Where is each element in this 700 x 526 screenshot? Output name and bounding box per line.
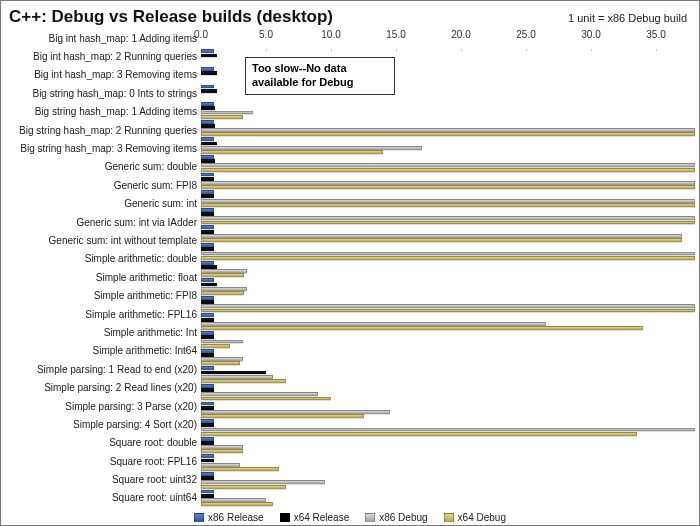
tick-label: 5.0: [259, 29, 273, 40]
category-label: Square root: double: [1, 434, 201, 452]
bar-row: [201, 172, 695, 190]
bar: [201, 203, 695, 207]
bar-row: [201, 331, 695, 349]
bar-row: [201, 155, 695, 173]
legend-item: x64 Debug: [444, 512, 506, 523]
bar-row: [201, 348, 695, 366]
category-label: Simple arithmetic: Int64: [1, 342, 201, 360]
bar: [201, 168, 695, 172]
category-label: Big string hash_map: 0 Ints to strings: [1, 84, 201, 102]
bar: [201, 132, 695, 136]
bar-row: [201, 278, 695, 296]
bar: [201, 502, 273, 506]
category-label: Simple arithmetic: Int: [1, 323, 201, 341]
category-label: Generic sum: int: [1, 195, 201, 213]
bar: [201, 54, 217, 58]
chart-area: 0.05.010.015.020.025.030.035.0 Big int h…: [1, 29, 695, 507]
category-label: Simple parsing: 2 Read lines (x20): [1, 378, 201, 396]
category-label: Simple arithmetic: FPI8: [1, 286, 201, 304]
swatch-icon: [365, 513, 375, 522]
bar: [201, 467, 279, 471]
bar-row: [201, 384, 695, 402]
note-annotation: Too slow--No data available for Debug: [245, 57, 395, 95]
bar: [201, 397, 331, 401]
bar-row: [201, 260, 695, 278]
category-label: Simple parsing: 1 Read to end (x20): [1, 360, 201, 378]
tick-label: 25.0: [516, 29, 535, 40]
category-label: Simple parsing: 3 Parse (x20): [1, 397, 201, 415]
legend-item: x64 Release: [280, 512, 350, 523]
bar: [201, 291, 244, 295]
bar-row: [201, 436, 695, 454]
chart-title: C++: Debug vs Release builds (desktop): [9, 7, 333, 27]
legend-label: x64 Release: [294, 512, 350, 523]
bar: [201, 256, 695, 260]
bar: [201, 185, 695, 189]
bar-row: [201, 243, 695, 261]
chart-subtitle: 1 unit = x86 Debug build: [568, 12, 687, 24]
legend: x86 Release x64 Release x86 Debug x64 De…: [1, 512, 699, 523]
swatch-icon: [194, 513, 204, 522]
tick-label: 10.0: [321, 29, 340, 40]
bar: [201, 326, 643, 330]
category-label: Big int hash_map: 2 Running queries: [1, 47, 201, 65]
category-label: Big string hash_map: 3 Removing items: [1, 139, 201, 157]
legend-item: x86 Debug: [365, 512, 427, 523]
bar-row: [201, 225, 695, 243]
category-label: Simple arithmetic: FPL16: [1, 305, 201, 323]
bar-row: [201, 366, 695, 384]
bar: [201, 115, 243, 119]
category-label: Simple parsing: 4 Sort (x20): [1, 415, 201, 433]
legend-label: x64 Debug: [458, 512, 506, 523]
bar-row: [201, 102, 695, 120]
bar-row: [201, 207, 695, 225]
category-label: Simple arithmetic: float: [1, 268, 201, 286]
category-labels: Big int hash_map: 1 Adding itemsBig int …: [1, 29, 201, 507]
bar: [201, 238, 682, 242]
category-label: Square root: uint64: [1, 489, 201, 507]
category-label: Big string hash_map: 1 Adding items: [1, 103, 201, 121]
bar-row: [201, 419, 695, 437]
bar-row: [201, 119, 695, 137]
legend-label: x86 Debug: [379, 512, 427, 523]
category-label: Generic sum: int via IAdder: [1, 213, 201, 231]
bar-row: [201, 190, 695, 208]
bar-row: [201, 401, 695, 419]
legend-label: x86 Release: [208, 512, 264, 523]
bar: [201, 485, 286, 489]
category-label: Big int hash_map: 1 Adding items: [1, 29, 201, 47]
bar: [201, 361, 240, 365]
bar: [201, 273, 244, 277]
bar: [201, 150, 383, 154]
bar: [201, 414, 364, 418]
bar: [201, 89, 217, 93]
legend-item: x86 Release: [194, 512, 264, 523]
tick-label: 15.0: [386, 29, 405, 40]
category-label: Generic sum: FPI8: [1, 176, 201, 194]
category-label: Big string hash_map: 2 Running queries: [1, 121, 201, 139]
x-axis: 0.05.010.015.020.025.030.035.0: [201, 29, 695, 51]
tick-label: 30.0: [581, 29, 600, 40]
bar: [201, 432, 637, 436]
category-label: Generic sum: int without template: [1, 231, 201, 249]
category-label: Square root: FPL16: [1, 452, 201, 470]
bar-row: [201, 313, 695, 331]
tick-label: 35.0: [646, 29, 665, 40]
category-label: Simple arithmetic: double: [1, 250, 201, 268]
bar: [201, 344, 230, 348]
bar: [201, 309, 695, 313]
bar-row: [201, 296, 695, 314]
bar-row: [201, 489, 695, 507]
bar: [201, 379, 286, 383]
category-label: Square root: uint32: [1, 470, 201, 488]
bar: [201, 449, 243, 453]
bars-container: [201, 49, 695, 507]
bar-row: [201, 454, 695, 472]
swatch-icon: [444, 513, 454, 522]
bar-row: [201, 137, 695, 155]
tick-label: 20.0: [451, 29, 470, 40]
bar: [201, 221, 695, 225]
category-label: Generic sum: double: [1, 158, 201, 176]
bar: [201, 71, 217, 75]
category-label: Big int hash_map: 3 Removing items: [1, 66, 201, 84]
